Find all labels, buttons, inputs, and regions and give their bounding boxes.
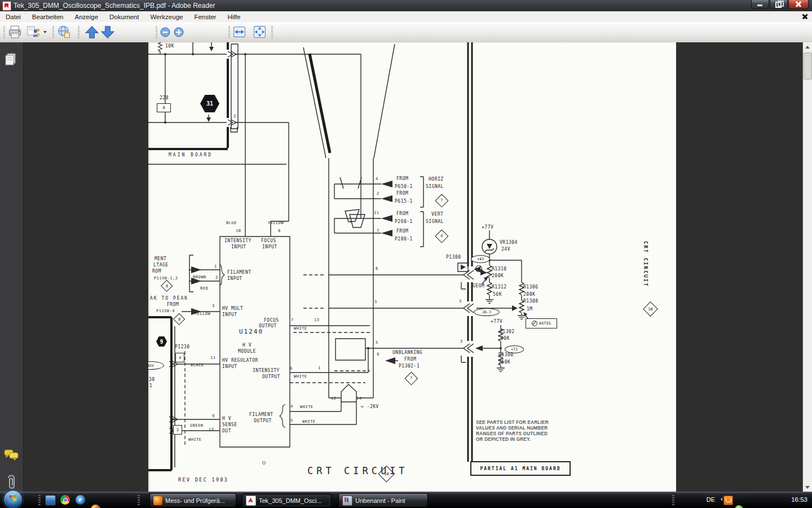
menu-werkzeuge[interactable]: Werkzeuge [144,12,188,21]
schematic-label: P260-1 [395,220,413,224]
scrollbar-thumb[interactable] [804,52,812,80]
scroll-down-icon[interactable] [803,483,812,492]
fit-width-button[interactable] [232,24,246,40]
schematic-label: 10 [236,229,241,233]
schematic-label: R1312 [492,285,507,290]
show-desktop-icon[interactable] [45,495,56,506]
comments-icon[interactable] [5,450,18,461]
fit-page-icon [253,25,267,39]
language-indicator[interactable]: DE [707,496,715,503]
schematic-label: 8 [278,229,281,233]
taskbar-button-firefox[interactable]: Mess- und Prüfgerä... [149,493,236,507]
internet-explorer-icon[interactable] [76,495,85,505]
prev-page-icon [85,25,99,40]
schematic-label: BLACK [191,364,204,367]
schematic-label: 14 [356,397,361,401]
schematic-label: VALUES AND SERIAL NUMBER [476,426,548,431]
zoom-out-button[interactable] [160,24,171,40]
next-page-button[interactable] [100,24,115,40]
schematic-label: YELLOW [195,312,210,316]
schematic-label: OUTPUT [262,375,280,379]
attachments-icon[interactable] [8,476,14,488]
schematic-label: 6 [376,267,378,271]
clock[interactable]: 16:53 [791,496,807,503]
fit-page-button[interactable] [253,24,267,40]
window-titlebar: Tek_305_DMM_Oscilloscope_Schematics_IPB.… [0,0,812,12]
schematic-label: GREEN [190,424,204,428]
schematic-label: 4 [290,405,293,409]
menubar-close-icon[interactable] [801,13,809,20]
menu-fenster[interactable]: Fenster [188,12,222,21]
schematic-label: 7 [291,318,294,322]
schematic-label: OR DEPICTED IN GREY. [476,437,531,443]
schematic-label: 5 [290,419,293,423]
schematic-label: RANGES OF PARTS OUTLINED [476,432,548,437]
schematic-label: P1230 [175,345,190,349]
ref-diamond: 8 [174,314,185,325]
restore-button[interactable] [770,0,788,9]
scroll-up-icon[interactable] [803,42,812,51]
schematic-label: P1150-4 [156,309,175,313]
schematic-label: FOCUS [264,318,279,323]
menu-datei[interactable]: Datei [0,12,27,21]
start-button[interactable] [3,490,23,508]
schematic-label: H V [242,343,251,348]
firefox-icon[interactable] [91,505,100,508]
pages-icon[interactable] [6,54,15,65]
print-button[interactable] [8,24,23,40]
schematic-label: 24V [501,247,510,252]
collaborate-button[interactable] [26,24,47,40]
zoom-in-button[interactable] [173,24,184,40]
schematic-label: WHITE [188,438,202,442]
schematic-label: P615-1 [395,199,413,204]
schematic-label: WHITE [294,375,307,379]
menu-dokument[interactable]: Dokument [104,12,144,21]
schematic-label: 30K [501,336,510,341]
schematic-label: SENSE [222,423,237,427]
schematic-label: OUT [222,429,231,433]
collaborate-caret-icon[interactable] [43,31,47,33]
schematic-label: 9 [377,353,379,357]
ref-diamond: 7 [435,194,448,207]
vertical-scrollbar[interactable] [802,42,812,492]
taskbar-button-acrobat[interactable]: Tek_305_DMM_Osci... [242,493,332,507]
ref-diamond: 10 [643,302,657,316]
adjustment-label: ASTIG [526,318,557,329]
menu-hilfe[interactable]: Hilfe [222,12,246,21]
schematic-label: AK TO PEAK [150,296,188,301]
tray-collapse-icon[interactable]: ‹ [721,495,723,503]
schematic-label: WHITE [302,420,316,424]
window-title: Tek_305_DMM_Oscilloscope_Schematics_IPB.… [14,2,215,10]
web-button[interactable] [56,24,72,40]
menu-bearbeiten[interactable]: Bearbeiten [27,12,69,21]
taskbar: Mess- und Prüfgerä...Tek_305_DMM_Osci...… [0,492,812,508]
pdf-file-icon [2,1,11,11]
schematic-label: 12 [209,428,214,432]
prev-page-button[interactable] [85,24,99,40]
java-tray-icon[interactable] [723,496,733,505]
schematic-label: CRT CIRCUIT [643,241,648,287]
menu-anzeige[interactable]: Anzeige [69,12,104,21]
zoom-out-icon [160,27,171,38]
schematic-label: 7 [377,229,379,233]
taskbar-button-label: Unbenannt - Paint [355,497,410,504]
schematic-label: LTAGE [153,263,169,268]
close-button[interactable] [788,0,809,9]
schematic-label: HV MULT [222,306,243,311]
schematic-label: INPUT [222,313,237,317]
minimize-button[interactable] [751,0,769,9]
taskbar-button-paint[interactable]: Unbenannt - Paint [338,493,428,507]
schematic-label: CRT CIRCUIT [307,466,408,476]
schematic-label: 750K [498,360,510,365]
ref-diamond: 4 [435,230,448,242]
schematic-label: INTENSITY [224,239,251,243]
schematic-label: OUTPUT [254,419,272,423]
schematic-label: INPUT [227,277,242,281]
schematic-label: YELLOW [268,221,284,225]
chrome-icon[interactable] [60,495,70,505]
schematic-label: 2 [233,115,236,119]
schematic-label: 2 [377,192,379,196]
schematic-label: P1302-1 [399,364,420,369]
taskbar-button-label: Tek_305_DMM_Osci... [259,497,326,504]
schematic-label: FROM [404,357,416,362]
